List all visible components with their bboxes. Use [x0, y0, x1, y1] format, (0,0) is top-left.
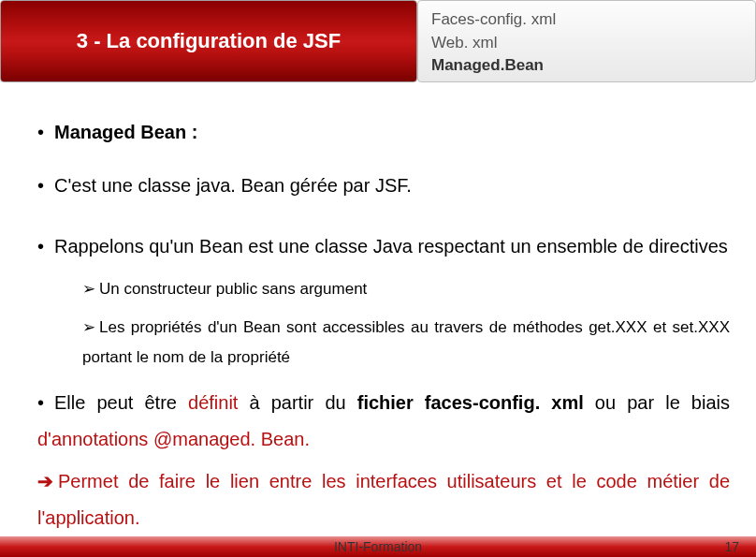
content-area: •Managed Bean : •C'est une classe java. …: [0, 82, 756, 536]
sub-2-text: Les propriétés d'un Bean sont accessible…: [82, 318, 730, 365]
bullet-2: •C'est une classe java. Bean gérée par J…: [37, 168, 730, 204]
b4-p2: à partir du: [250, 392, 357, 413]
side-box: Faces-config. xml Web. xml Managed.Bean: [417, 0, 756, 82]
bullet-1-text: Managed Bean :: [54, 122, 197, 142]
bullet-3: •Rappelons qu'un Bean est une classe Jav…: [37, 228, 730, 265]
bullet-1: •Managed Bean :: [37, 122, 730, 143]
slide-title-box: 3 - La configuration de JSF: [0, 0, 417, 82]
b4-p3: ou par le biais: [595, 392, 730, 413]
bullet-icon: •: [37, 385, 54, 421]
sub-1-text: Un constructeur public sans argument: [99, 280, 367, 298]
sub-bullet-1: ➢Un constructeur public sans argument: [82, 274, 730, 303]
footer-center: INTI-Formation: [0, 539, 756, 554]
bullet-icon: •: [37, 228, 54, 265]
b4-red2: d'annotations @managed. Bean.: [37, 429, 310, 449]
triangle-icon: ➢: [82, 313, 99, 342]
side-line-3: Managed.Bean: [431, 54, 742, 78]
triangle-icon: ➢: [82, 274, 99, 303]
side-line-2: Web. xml: [431, 32, 742, 55]
bullet-5-text: Permet de faire le lien entre les interf…: [37, 471, 730, 528]
b4-p1: Elle peut être: [54, 392, 188, 413]
b4-bold: fichier faces-config. xml: [357, 392, 595, 413]
bullet-icon: •: [37, 122, 54, 143]
bullet-5: ➔Permet de faire le lien entre les inter…: [37, 463, 730, 536]
slide-title: 3 - La configuration de JSF: [77, 29, 341, 53]
bullet-4: •Elle peut être définit à partir du fich…: [37, 385, 730, 458]
arrow-icon: ➔: [37, 463, 58, 500]
bullet-3-text: Rappelons qu'un Bean est une classe Java…: [54, 236, 728, 257]
page-number: 17: [724, 539, 739, 554]
bullet-2-text: C'est une classe java. Bean gérée par JS…: [54, 175, 412, 196]
side-line-1: Faces-config. xml: [431, 8, 742, 32]
header: 3 - La configuration de JSF Faces-config…: [0, 0, 756, 82]
b4-red1: définit: [188, 392, 249, 413]
bullet-icon: •: [37, 168, 54, 204]
sub-bullet-2: ➢Les propriétés d'un Bean sont accessibl…: [82, 313, 730, 372]
